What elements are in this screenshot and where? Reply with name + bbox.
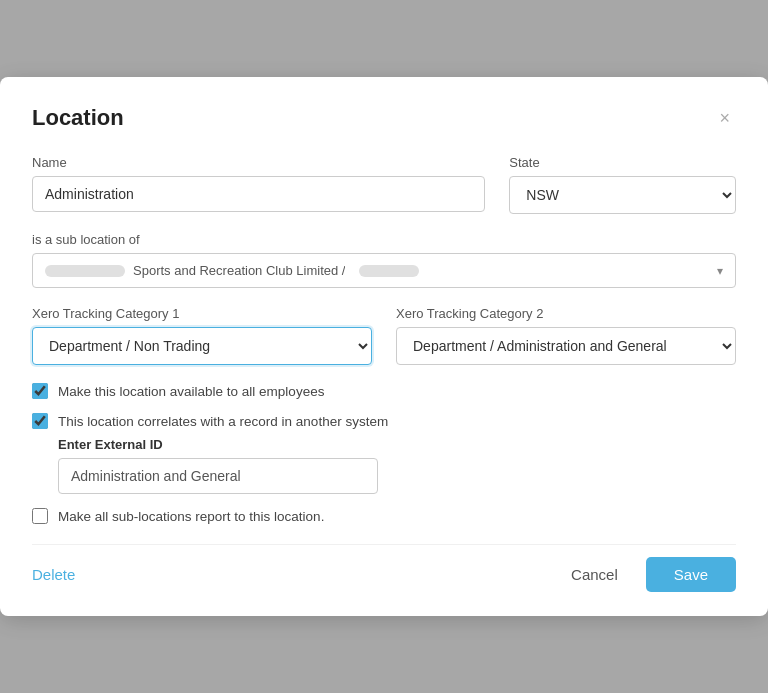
tracking1-group: Xero Tracking Category 1 Department / No… [32, 306, 372, 365]
tracking2-label: Xero Tracking Category 2 [396, 306, 736, 321]
available-employees-checkbox[interactable] [32, 383, 48, 399]
save-button[interactable]: Save [646, 557, 736, 592]
location-modal: Location × Name State NSW VIC QLD WA SA … [0, 77, 768, 616]
tracking1-select[interactable]: Department / Non Trading Department / Ad… [32, 327, 372, 365]
delete-button[interactable]: Delete [32, 566, 75, 583]
external-id-input[interactable] [58, 458, 378, 494]
name-label: Name [32, 155, 485, 170]
available-employees-row: Make this location available to all empl… [32, 383, 736, 399]
tracking2-group: Xero Tracking Category 2 Department / Ad… [396, 306, 736, 365]
name-input[interactable] [32, 176, 485, 212]
name-state-row: Name State NSW VIC QLD WA SA TAS ACT NT [32, 155, 736, 214]
modal-title: Location [32, 105, 124, 131]
state-group: State NSW VIC QLD WA SA TAS ACT NT [509, 155, 736, 214]
sublocation-blur-left [45, 265, 125, 277]
sub-locations-report-row: Make all sub-locations report to this lo… [32, 508, 736, 524]
sublocation-arrow-icon: ▾ [717, 264, 723, 278]
external-id-section: Enter External ID [58, 437, 736, 494]
sublocation-label: is a sub location of [32, 232, 736, 247]
state-label: State [509, 155, 736, 170]
sublocation-text: Sports and Recreation Club Limited / [133, 263, 345, 278]
sub-locations-report-label[interactable]: Make all sub-locations report to this lo… [58, 509, 324, 524]
modal-footer: Delete Cancel Save [32, 544, 736, 592]
available-employees-label[interactable]: Make this location available to all empl… [58, 384, 324, 399]
external-system-checkbox[interactable] [32, 413, 48, 429]
external-system-row: This location correlates with a record i… [32, 413, 736, 429]
cancel-button[interactable]: Cancel [555, 558, 634, 591]
modal-overlay: Location × Name State NSW VIC QLD WA SA … [0, 0, 768, 693]
external-system-label[interactable]: This location correlates with a record i… [58, 414, 388, 429]
tracking-categories-row: Xero Tracking Category 1 Department / No… [32, 306, 736, 365]
footer-actions: Cancel Save [555, 557, 736, 592]
sublocation-blur-right [359, 265, 419, 277]
external-id-label: Enter External ID [58, 437, 736, 452]
tracking1-label: Xero Tracking Category 1 [32, 306, 372, 321]
name-group: Name [32, 155, 485, 214]
sublocation-row: is a sub location of Sports and Recreati… [32, 232, 736, 288]
state-select[interactable]: NSW VIC QLD WA SA TAS ACT NT [509, 176, 736, 214]
close-button[interactable]: × [713, 107, 736, 129]
tracking2-select[interactable]: Department / Administration and General … [396, 327, 736, 365]
sub-locations-report-checkbox[interactable] [32, 508, 48, 524]
sublocation-select[interactable]: Sports and Recreation Club Limited / ▾ [32, 253, 736, 288]
modal-header: Location × [32, 105, 736, 131]
